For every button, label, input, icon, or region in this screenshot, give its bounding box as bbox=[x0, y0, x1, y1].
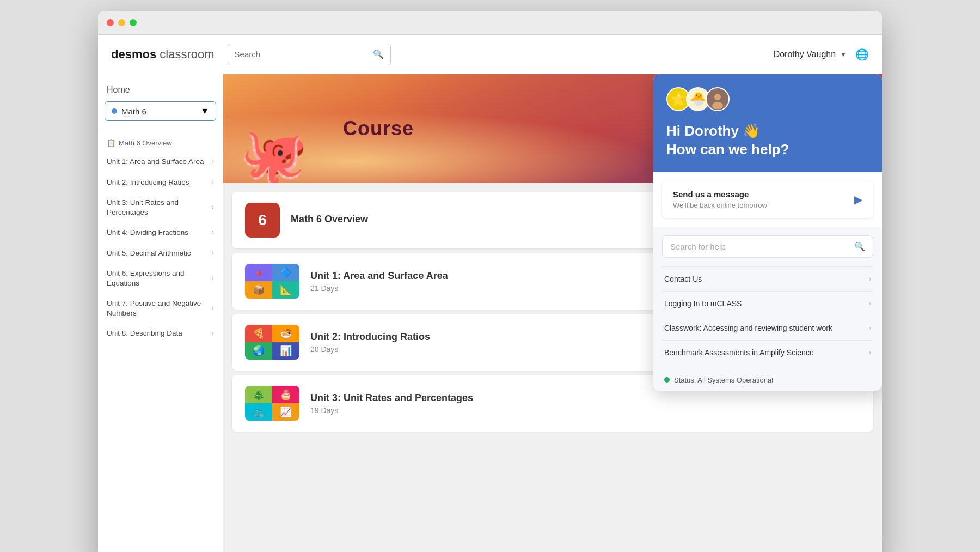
help-message-subtitle: We'll be back online tomorrow bbox=[673, 201, 767, 209]
help-links: Contact Us › Logging In to mCLASS › Clas… bbox=[653, 266, 882, 369]
sidebar-item-unit6[interactable]: Unit 6: Expressions and Equations › bbox=[98, 263, 223, 293]
search-input[interactable] bbox=[235, 50, 369, 59]
help-header: ⭐ 🐣 Hi Dorothy 👋How can we help? bbox=[653, 74, 882, 172]
help-link-label: Classwork: Accessing and reviewing stude… bbox=[664, 324, 832, 332]
chevron-right-icon: › bbox=[212, 274, 214, 283]
sidebar-item-unit4[interactable]: Unit 4: Dividing Fractions › bbox=[98, 222, 223, 243]
minimize-button[interactable] bbox=[118, 19, 125, 26]
status-dot-icon bbox=[664, 377, 670, 383]
overview-icon: 📋 bbox=[107, 139, 115, 147]
chevron-down-icon: ▼ bbox=[840, 51, 847, 58]
main-layout: Home Math 6 ▼ 📋 Math 6 Overview Unit 1: … bbox=[98, 74, 882, 552]
help-message-title: Send us a message bbox=[673, 190, 767, 199]
thumb-3: 📦 bbox=[245, 281, 272, 299]
logo-classroom: classroom bbox=[160, 47, 214, 61]
thumb-1: 🎄 bbox=[245, 386, 272, 403]
help-search-bar[interactable]: Search for help 🔍 bbox=[662, 235, 873, 258]
help-message-card[interactable]: Send us a message We'll be back online t… bbox=[662, 181, 873, 218]
user-name: Dorothy Vaughn bbox=[774, 50, 836, 59]
course-title: Unit 2: Introducing Ratios bbox=[310, 331, 430, 343]
help-link-contact[interactable]: Contact Us › bbox=[662, 266, 873, 291]
course-icon-6: 6 bbox=[245, 203, 280, 238]
sidebar-item-label: Unit 8: Describing Data bbox=[107, 329, 212, 338]
user-info[interactable]: Dorothy Vaughn ▼ bbox=[774, 50, 847, 59]
header: desmos classroom 🔍 Dorothy Vaughn ▼ 🌐 bbox=[98, 35, 882, 74]
chevron-right-icon: › bbox=[869, 324, 871, 332]
thumb-2: 🎂 bbox=[272, 386, 299, 403]
sidebar-item-label: Unit 6: Expressions and Equations bbox=[107, 269, 212, 288]
help-status: Status: All Systems Operational bbox=[653, 369, 882, 391]
thumb-4: 📊 bbox=[272, 342, 299, 360]
search-icon: 🔍 bbox=[854, 241, 865, 252]
sidebar: Home Math 6 ▼ 📋 Math 6 Overview Unit 1: … bbox=[98, 74, 223, 552]
thumb-2: 🔷 bbox=[272, 264, 299, 281]
content-area: 🐙 Course 6 7 8 A1 6 bbox=[223, 74, 882, 552]
course-days: 21 Days bbox=[310, 284, 448, 293]
thumb-1: 🍕 bbox=[245, 325, 272, 342]
course-days: 20 Days bbox=[310, 345, 430, 354]
sidebar-item-unit1[interactable]: Unit 1: Area and Surface Area › bbox=[98, 151, 223, 172]
sidebar-item-label: Unit 3: Unit Rates and Percentages bbox=[107, 198, 212, 217]
overview-label: Math 6 Overview bbox=[119, 139, 172, 147]
help-link-label: Logging In to mCLASS bbox=[664, 299, 742, 308]
help-link-classwork[interactable]: Classwork: Accessing and reviewing stude… bbox=[662, 316, 873, 340]
course-title: Unit 3: Unit Rates and Percentages bbox=[310, 392, 473, 404]
help-search-section: Search for help 🔍 bbox=[653, 227, 882, 266]
search-bar[interactable]: 🔍 bbox=[228, 44, 391, 65]
course-thumbnails-unit2: 🍕 🍜 🌏 📊 bbox=[245, 325, 299, 360]
course-info: Math 6 Overview bbox=[291, 214, 368, 227]
thumb-3: 🚲 bbox=[245, 403, 272, 421]
course-thumbnails-unit3: 🎄 🎂 🚲 📈 bbox=[245, 386, 299, 421]
help-widget: ⭐ 🐣 Hi Dorothy 👋How can we help? bbox=[653, 74, 882, 391]
maximize-button[interactable] bbox=[130, 19, 137, 26]
sidebar-item-unit3[interactable]: Unit 3: Unit Rates and Percentages › bbox=[98, 192, 223, 222]
chevron-right-icon: › bbox=[212, 228, 214, 237]
thumb-4: 📈 bbox=[272, 403, 299, 421]
course-selector[interactable]: Math 6 ▼ bbox=[105, 101, 216, 121]
search-icon-button[interactable]: 🔍 bbox=[373, 49, 384, 59]
sidebar-overview[interactable]: 📋 Math 6 Overview bbox=[98, 135, 223, 151]
traffic-lights bbox=[107, 19, 137, 26]
course-name: Math 6 bbox=[121, 107, 146, 116]
svg-point-1 bbox=[714, 94, 721, 100]
help-link-label: Benchmark Assessments in Amplify Science bbox=[664, 348, 814, 357]
chevron-right-icon: › bbox=[869, 275, 871, 283]
chevron-down-icon: ▼ bbox=[200, 106, 209, 116]
avatar-person bbox=[706, 87, 730, 111]
sidebar-item-label: Unit 7: Positive and Negative Numbers bbox=[107, 299, 212, 318]
close-button[interactable] bbox=[107, 19, 114, 26]
logo-desmos: desmos bbox=[111, 47, 156, 61]
course-thumbnails-unit1: 🔺 🔷 📦 📐 bbox=[245, 264, 299, 299]
header-right: Dorothy Vaughn ▼ 🌐 bbox=[774, 48, 869, 61]
sidebar-item-unit8[interactable]: Unit 8: Describing Data › bbox=[98, 323, 223, 344]
chevron-right-icon: › bbox=[212, 178, 214, 187]
titlebar bbox=[98, 11, 882, 35]
chevron-right-icon: › bbox=[212, 329, 214, 338]
sidebar-item-label: Unit 4: Dividing Fractions bbox=[107, 228, 212, 238]
course-title: Unit 1: Area and Surface Area bbox=[310, 270, 448, 282]
sidebar-item-unit7[interactable]: Unit 7: Positive and Negative Numbers › bbox=[98, 293, 223, 323]
course-title: Math 6 Overview bbox=[291, 214, 368, 225]
sidebar-divider bbox=[98, 130, 223, 130]
course-info: Unit 3: Unit Rates and Percentages 19 Da… bbox=[310, 392, 473, 415]
chevron-right-icon: › bbox=[212, 157, 214, 166]
app-window: desmos classroom 🔍 Dorothy Vaughn ▼ 🌐 Ho… bbox=[98, 11, 882, 552]
globe-icon[interactable]: 🌐 bbox=[855, 48, 869, 61]
thumb-2: 🍜 bbox=[272, 325, 299, 342]
help-link-logging[interactable]: Logging In to mCLASS › bbox=[662, 291, 873, 316]
chevron-right-icon: › bbox=[869, 300, 871, 307]
chevron-right-icon: › bbox=[869, 349, 871, 356]
course-dot bbox=[112, 108, 117, 114]
help-search-placeholder: Search for help bbox=[670, 242, 849, 251]
help-link-benchmark[interactable]: Benchmark Assessments in Amplify Science… bbox=[662, 340, 873, 365]
sidebar-item-unit2[interactable]: Unit 2: Introducing Ratios › bbox=[98, 172, 223, 193]
chevron-right-icon: › bbox=[212, 249, 214, 258]
help-message-info: Send us a message We'll be back online t… bbox=[673, 190, 767, 209]
course-days: 19 Days bbox=[310, 406, 473, 415]
status-text: Status: All Systems Operational bbox=[674, 376, 773, 384]
sidebar-item-unit5[interactable]: Unit 5: Decimal Arithmetic › bbox=[98, 243, 223, 264]
help-greeting: Hi Dorothy 👋How can we help? bbox=[666, 122, 869, 159]
logo: desmos classroom bbox=[111, 47, 215, 62]
thumb-3: 🌏 bbox=[245, 342, 272, 360]
sidebar-home: Home bbox=[98, 85, 223, 101]
